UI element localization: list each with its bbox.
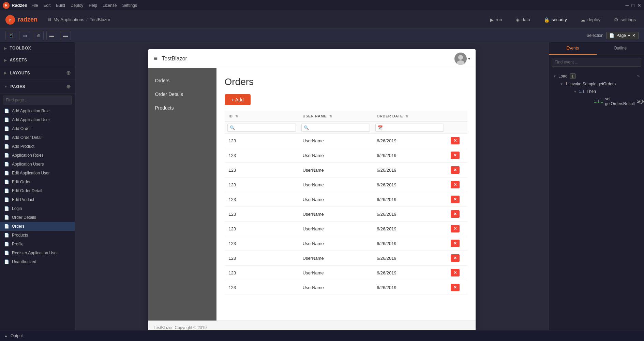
tab-outline[interactable]: Outline: [597, 42, 644, 55]
avatar-chevron-icon[interactable]: ▾: [468, 56, 470, 61]
page-file-icon: 📄: [4, 242, 9, 246]
pages-header[interactable]: ▼ Pages ⊕: [0, 80, 75, 93]
sidebar-item-products[interactable]: 📄 Products: [0, 231, 75, 240]
device-desktop-sm-btn[interactable]: 🖥: [33, 31, 44, 40]
delete-row-button[interactable]: ✕: [451, 269, 460, 276]
event-search-input[interactable]: [552, 58, 641, 67]
sidebar-item-edit-application-user[interactable]: 📄 Edit Application User: [0, 169, 75, 177]
filter-id-input[interactable]: [227, 124, 296, 132]
load-edit-icon[interactable]: ✎: [637, 74, 640, 79]
layouts-add-button[interactable]: ⊕: [66, 70, 71, 76]
nav-item-order-details[interactable]: Order Details: [148, 87, 216, 101]
output-bar[interactable]: ▲ Output: [0, 330, 644, 341]
load-chevron-icon[interactable]: ▼: [553, 74, 556, 78]
menu-deploy[interactable]: Deploy: [71, 3, 83, 8]
page-file-icon: 📄: [4, 197, 9, 202]
menu-settings[interactable]: Settings: [122, 3, 137, 8]
menu-license[interactable]: License: [103, 3, 117, 8]
menu-file[interactable]: File: [31, 3, 38, 8]
filter-orderdate-input[interactable]: [375, 124, 444, 132]
hamburger-menu-icon[interactable]: ≡: [154, 55, 158, 62]
minimize-button[interactable]: ─: [626, 3, 629, 8]
add-order-button[interactable]: + Add: [225, 94, 251, 105]
delete-row-button[interactable]: ✕: [451, 166, 460, 174]
delete-row-button[interactable]: ✕: [451, 181, 460, 188]
device-wide-btn[interactable]: ▬: [60, 31, 71, 40]
settings-button[interactable]: ⚙ settings: [611, 16, 639, 24]
invoke-chevron-icon[interactable]: ▼: [560, 82, 563, 86]
cell-orderdate: 6/26/2019: [373, 222, 447, 236]
nav-item-orders[interactable]: Orders: [148, 74, 216, 87]
sidebar-item-add-order-detail[interactable]: 📄 Add Order Detail: [0, 133, 75, 142]
table-row: 123 UserName 6/26/2019 ✕: [225, 280, 467, 295]
delete-row-button[interactable]: ✕: [451, 152, 460, 159]
breadcrumb-part1[interactable]: My Applications: [54, 17, 84, 22]
delete-row-button[interactable]: ✕: [451, 225, 460, 232]
sort-icon-id[interactable]: ⇅: [235, 114, 238, 118]
menu-build[interactable]: Build: [56, 3, 65, 8]
device-desktop-btn[interactable]: ▬: [46, 31, 57, 40]
left-sidebar: ▶ Toolbox ▶ Assets ▶ Layouts ⊕ ▼ Pages ⊕: [0, 42, 75, 341]
run-button[interactable]: ▶ run: [487, 16, 505, 24]
page-file-icon: 📄: [4, 188, 9, 193]
then-chevron-icon[interactable]: ▼: [573, 90, 577, 94]
filter-username-input[interactable]: [301, 124, 370, 132]
sidebar-item-unauthorized[interactable]: 📄 Unauthorized: [0, 257, 75, 266]
page-select-close[interactable]: ✕: [632, 33, 635, 38]
menu-help[interactable]: Help: [89, 3, 97, 8]
sidebar-item-edit-order-detail[interactable]: 📄 Edit Order Detail: [0, 186, 75, 195]
brand-logo: r radzen: [5, 15, 38, 25]
delete-row-button[interactable]: ✕: [451, 137, 460, 144]
toolbox-header[interactable]: ▶ Toolbox: [0, 42, 75, 54]
layouts-header[interactable]: ▶ Layouts ⊕: [0, 66, 75, 80]
page-item-label: Add Order: [12, 126, 31, 131]
sidebar-item-add-application-user[interactable]: 📄 Add Application User: [0, 115, 75, 124]
table-row: 123 UserName 6/26/2019 ✕: [225, 222, 467, 236]
cell-id: 123: [225, 251, 299, 266]
delete-row-button[interactable]: ✕: [451, 240, 460, 247]
load-badge: 1: [570, 73, 576, 79]
sidebar-item-order-details[interactable]: 📄 Order Details: [0, 213, 75, 222]
sidebar-item-orders[interactable]: 📄 Orders: [0, 222, 75, 231]
table-row: 123 UserName 6/26/2019 ✕: [225, 236, 467, 251]
sidebar-item-profile[interactable]: 📄 Profile: [0, 240, 75, 248]
page-item-label: Products: [12, 233, 28, 238]
delete-row-button[interactable]: ✕: [451, 210, 460, 218]
pages-label: Pages: [10, 84, 25, 89]
sort-icon-orderdate[interactable]: ⇅: [405, 114, 408, 118]
deploy-button[interactable]: ☁ deploy: [578, 16, 603, 24]
sidebar-item-edit-product[interactable]: 📄 Edit Product: [0, 195, 75, 204]
delete-row-button[interactable]: ✕: [451, 196, 460, 203]
pages-add-button[interactable]: ⊕: [66, 83, 71, 90]
delete-row-button[interactable]: ✕: [451, 284, 460, 291]
page-item-label: Add Application Role: [12, 109, 50, 113]
find-page-input[interactable]: [3, 96, 72, 104]
output-chevron-icon: ▲: [4, 334, 8, 338]
breadcrumb-part2[interactable]: TestBlazor: [90, 17, 110, 22]
security-button[interactable]: 🔒 security: [541, 16, 570, 24]
maximize-button[interactable]: □: [632, 3, 634, 8]
device-tablet-btn[interactable]: ▭: [19, 31, 30, 40]
cell-id: 123: [225, 177, 299, 192]
sidebar-item-edit-order[interactable]: 📄 Edit Order: [0, 177, 75, 186]
data-button[interactable]: ◈ data: [513, 16, 533, 24]
menu-edit[interactable]: Edit: [44, 3, 51, 8]
set-number: 1.1.1: [594, 99, 603, 104]
user-avatar[interactable]: [454, 53, 467, 65]
page-select-dropdown[interactable]: 📄 Page ▾ ✕: [606, 32, 639, 39]
device-mobile-btn[interactable]: 📱: [5, 31, 16, 40]
sidebar-item-application-users[interactable]: 📄 Application Users: [0, 160, 75, 169]
tab-events[interactable]: Events: [549, 42, 597, 55]
sidebar-item-login[interactable]: 📄 Login: [0, 204, 75, 213]
sidebar-item-add-application-role[interactable]: 📄 Add Application Role: [0, 106, 75, 115]
sort-icon-username[interactable]: ⇅: [329, 114, 332, 118]
nav-item-products[interactable]: Products: [148, 101, 216, 115]
sidebar-item-register-application-user[interactable]: 📄 Register Application User: [0, 248, 75, 257]
assets-label: Assets: [10, 58, 27, 62]
delete-row-button[interactable]: ✕: [451, 254, 460, 262]
assets-header[interactable]: ▶ Assets: [0, 54, 75, 66]
close-button[interactable]: ✕: [637, 3, 641, 8]
sidebar-item-add-order[interactable]: 📄 Add Order: [0, 124, 75, 133]
sidebar-item-application-roles[interactable]: 📄 Application Roles: [0, 151, 75, 160]
sidebar-item-add-product[interactable]: 📄 Add Product: [0, 142, 75, 151]
